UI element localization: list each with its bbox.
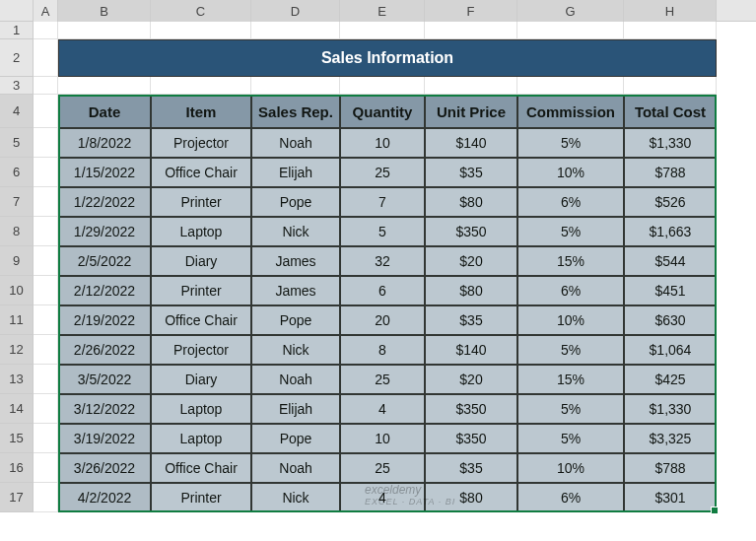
data-cell[interactable]: $1,330: [624, 394, 717, 424]
data-cell[interactable]: 5%: [517, 335, 624, 365]
data-cell[interactable]: 1/8/2022: [58, 128, 151, 158]
data-cell[interactable]: 2/12/2022: [58, 276, 151, 305]
col-header-E[interactable]: E: [340, 0, 425, 22]
data-cell[interactable]: Nick: [251, 335, 340, 365]
data-cell[interactable]: 5: [340, 217, 425, 246]
data-cell[interactable]: $1,663: [624, 217, 717, 246]
row-header-8[interactable]: 8: [0, 217, 34, 246]
data-cell[interactable]: $1,064: [624, 335, 717, 365]
data-cell[interactable]: $1,330: [624, 128, 717, 158]
data-cell[interactable]: $140: [425, 128, 517, 158]
data-cell[interactable]: $35: [425, 305, 517, 335]
data-cell[interactable]: 3/12/2022: [58, 394, 151, 424]
cell[interactable]: [34, 39, 58, 77]
col-header-C[interactable]: C: [151, 0, 251, 22]
data-cell[interactable]: $80: [425, 187, 517, 217]
header-totalcost[interactable]: Total Cost: [624, 95, 717, 128]
data-cell[interactable]: $3,325: [624, 424, 717, 453]
data-cell[interactable]: $80: [425, 483, 517, 512]
data-cell[interactable]: Pope: [251, 424, 340, 453]
data-cell[interactable]: Printer: [151, 483, 251, 512]
cell[interactable]: [34, 483, 58, 512]
row-header-2[interactable]: 2: [0, 39, 34, 77]
cell[interactable]: [34, 453, 58, 483]
data-cell[interactable]: 32: [340, 246, 425, 276]
row-header-13[interactable]: 13: [0, 365, 34, 394]
header-date[interactable]: Date: [58, 95, 151, 128]
data-cell[interactable]: $350: [425, 217, 517, 246]
data-cell[interactable]: 4: [340, 483, 425, 512]
cell[interactable]: [34, 394, 58, 424]
data-cell[interactable]: 10%: [517, 305, 624, 335]
data-cell[interactable]: $788: [624, 453, 717, 483]
header-item[interactable]: Item: [151, 95, 251, 128]
row-header-5[interactable]: 5: [0, 128, 34, 158]
data-cell[interactable]: Diary: [151, 246, 251, 276]
cell[interactable]: [34, 22, 58, 39]
data-cell[interactable]: Office Chair: [151, 453, 251, 483]
data-cell[interactable]: Elijah: [251, 394, 340, 424]
cell[interactable]: [251, 22, 340, 39]
col-header-A[interactable]: A: [34, 0, 58, 22]
data-cell[interactable]: Office Chair: [151, 305, 251, 335]
header-salesrep[interactable]: Sales Rep.: [251, 95, 340, 128]
data-cell[interactable]: Elijah: [251, 158, 340, 187]
cell[interactable]: [517, 77, 624, 95]
title-cell[interactable]: Sales Information: [58, 39, 717, 77]
cell[interactable]: [34, 335, 58, 365]
cell[interactable]: [251, 77, 340, 95]
data-cell[interactable]: Projector: [151, 128, 251, 158]
cell[interactable]: [340, 77, 425, 95]
cell[interactable]: [34, 305, 58, 335]
data-cell[interactable]: Noah: [251, 365, 340, 394]
cell[interactable]: [34, 217, 58, 246]
data-cell[interactable]: Pope: [251, 187, 340, 217]
data-cell[interactable]: 7: [340, 187, 425, 217]
data-cell[interactable]: 5%: [517, 128, 624, 158]
row-header-16[interactable]: 16: [0, 453, 34, 483]
cell[interactable]: [517, 22, 624, 39]
cell[interactable]: [34, 424, 58, 453]
cells-grid[interactable]: Sales Information Date Item Sales Rep. Q…: [34, 22, 717, 512]
row-header-17[interactable]: 17: [0, 483, 34, 512]
data-cell[interactable]: $20: [425, 365, 517, 394]
data-cell[interactable]: Diary: [151, 365, 251, 394]
data-cell[interactable]: $80: [425, 276, 517, 305]
header-commission[interactable]: Commission: [517, 95, 624, 128]
col-header-D[interactable]: D: [251, 0, 340, 22]
data-cell[interactable]: 15%: [517, 365, 624, 394]
data-cell[interactable]: 2/5/2022: [58, 246, 151, 276]
cell[interactable]: [34, 187, 58, 217]
cell[interactable]: [151, 22, 251, 39]
data-cell[interactable]: 1/15/2022: [58, 158, 151, 187]
data-cell[interactable]: 1/22/2022: [58, 187, 151, 217]
data-cell[interactable]: 3/26/2022: [58, 453, 151, 483]
header-unitprice[interactable]: Unit Price: [425, 95, 517, 128]
data-cell[interactable]: 5%: [517, 217, 624, 246]
cell[interactable]: [34, 128, 58, 158]
row-header-12[interactable]: 12: [0, 335, 34, 365]
data-cell[interactable]: 5%: [517, 394, 624, 424]
cell[interactable]: [58, 77, 151, 95]
cell[interactable]: [624, 22, 717, 39]
data-cell[interactable]: 10%: [517, 453, 624, 483]
cell[interactable]: [34, 276, 58, 305]
row-header-11[interactable]: 11: [0, 305, 34, 335]
header-quantity[interactable]: Quantity: [340, 95, 425, 128]
data-cell[interactable]: $350: [425, 394, 517, 424]
data-cell[interactable]: $350: [425, 424, 517, 453]
data-cell[interactable]: James: [251, 276, 340, 305]
cell[interactable]: [34, 246, 58, 276]
data-cell[interactable]: 6%: [517, 276, 624, 305]
data-cell[interactable]: 5%: [517, 424, 624, 453]
col-header-F[interactable]: F: [425, 0, 517, 22]
data-cell[interactable]: $788: [624, 158, 717, 187]
row-header-15[interactable]: 15: [0, 424, 34, 453]
data-cell[interactable]: 20: [340, 305, 425, 335]
data-cell[interactable]: Laptop: [151, 424, 251, 453]
data-cell[interactable]: $20: [425, 246, 517, 276]
cell[interactable]: [425, 22, 517, 39]
cell[interactable]: [34, 95, 58, 128]
cell[interactable]: [58, 22, 151, 39]
data-cell[interactable]: 6: [340, 276, 425, 305]
